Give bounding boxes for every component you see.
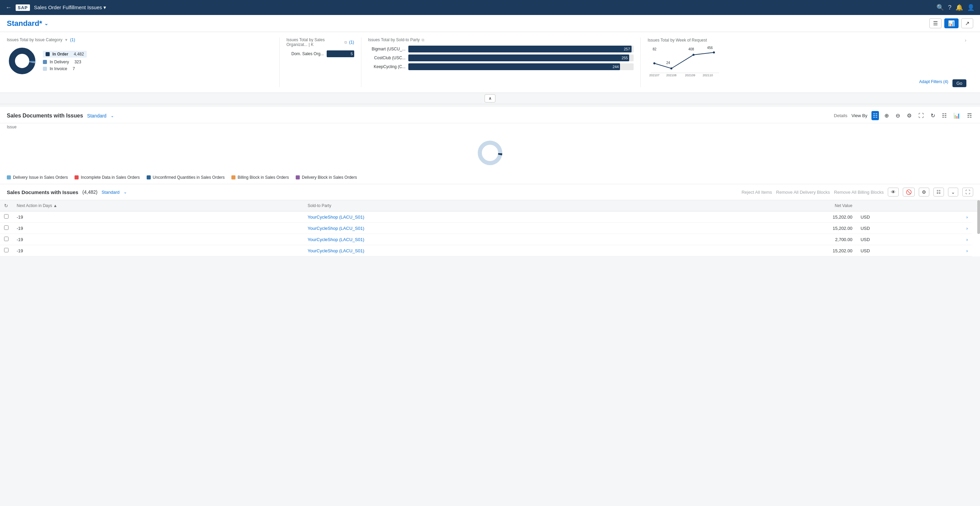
table-count: (4,482) (82, 189, 97, 195)
chart-card-sold-to: Issues Total by Sold-to Party ⧉ Bigmart … (368, 37, 641, 87)
refresh-btn[interactable]: ↻ (929, 111, 937, 120)
td-arrow-4[interactable]: › (961, 245, 972, 256)
view-by-label: View By (851, 113, 867, 118)
legend-in-order: In Order 4,482 (43, 51, 87, 57)
table-view-chevron[interactable]: ⌄ (124, 190, 127, 195)
svg-point-8 (653, 62, 655, 64)
user-icon[interactable]: 👤 (967, 4, 975, 11)
chart-title-2: Issues Total by Sales Organizat... | K ⧉… (286, 37, 354, 47)
more-btn[interactable]: ⌄ (948, 188, 958, 196)
chart-card-sales-org: Issues Total by Sales Organizat... | K ⧉… (286, 37, 361, 87)
td-currency-2: USD (856, 223, 961, 234)
td-next-action-3: -19 (13, 234, 304, 245)
top-bar-actions: ☰ 📊 ↗ (929, 18, 973, 28)
scrollbar[interactable] (977, 200, 980, 234)
table-header-row: ↻ Next Action in Days ▲ Sold-to Party Ne… (0, 200, 980, 211)
top-bar: Standard* ⌄ ☰ 📊 ↗ (0, 15, 980, 32)
legend-dot-in-order (46, 52, 50, 56)
search-icon[interactable]: 🔍 (937, 4, 944, 11)
grid1-btn[interactable]: ☷ (940, 111, 948, 120)
svg-text:24: 24 (666, 61, 670, 65)
chart-filter-link-1[interactable]: (1) (70, 37, 75, 42)
issue-label: Issue (0, 123, 980, 131)
td-sold-to-2[interactable]: YourCycleShop (LACU_S01) (304, 223, 690, 234)
sales-docs-title: Sales Documents with Issues (7, 113, 83, 119)
grid2-btn[interactable]: ☶ (966, 111, 973, 120)
row-checkbox-3[interactable] (4, 237, 8, 241)
hide-btn[interactable]: 🚫 (903, 188, 915, 196)
td-currency-1: USD (856, 211, 961, 223)
view-title-area: Standard* ⌄ (7, 19, 48, 28)
view-chevron[interactable]: ⌄ (111, 113, 114, 118)
bar-chart-btn[interactable]: 📊 (952, 111, 962, 120)
svg-text:82: 82 (653, 47, 657, 51)
adapt-filters-link[interactable]: Adapt Filters (4) (919, 79, 948, 87)
legend-delivery-block: Delivery Block in Sales Orders (296, 175, 357, 180)
export-button[interactable]: ↗ (961, 18, 973, 28)
table-fullscreen-btn[interactable]: ⛶ (962, 188, 973, 196)
chart-title-3: Issues Total by Sold-to Party ⧉ (368, 37, 634, 42)
filter-adapt: Adapt Filters (4) Go (648, 79, 966, 87)
remove-billing-button[interactable]: Remove All Billing Blocks (834, 190, 884, 195)
donut-chart-svg (7, 46, 37, 76)
remove-delivery-button[interactable]: Remove All Delivery Blocks (776, 190, 830, 195)
donut-chart-area: In Order 4,482 In Delivery 323 In Invoic… (7, 46, 272, 76)
td-sold-to-1[interactable]: YourCycleShop (LACU_S01) (304, 211, 690, 223)
th-next-action[interactable]: Next Action in Days ▲ (13, 200, 304, 211)
zoom-in-btn[interactable]: ⊕ (883, 111, 890, 120)
td-checkbox-1[interactable] (0, 211, 13, 223)
td-checkbox-2[interactable] (0, 223, 13, 234)
sales-docs-toolbar: Details View By ☷ ⊕ ⊖ ⚙ ⛶ ↻ ☷ 📊 ☶ (834, 111, 973, 120)
td-currency-4: USD (856, 245, 961, 256)
td-arrow-2[interactable]: › (961, 223, 972, 234)
row-checkbox-4[interactable] (4, 248, 8, 252)
collapse-button[interactable]: ∧ (485, 94, 495, 102)
reject-all-button[interactable]: Reject All Items (741, 190, 772, 195)
list-view-button[interactable]: ☰ (929, 18, 942, 28)
table-container: ↻ Next Action in Days ▲ Sold-to Party Ne… (0, 200, 980, 256)
td-net-value-1: 15,202.00 (690, 211, 856, 223)
legend-in-invoice: In Invoice 7 (43, 66, 87, 71)
fullscreen-btn[interactable]: ⛶ (917, 111, 925, 120)
undo-btn[interactable]: ↻ (4, 203, 8, 208)
view-title-text: Standard* (7, 19, 42, 28)
zoom-out-btn[interactable]: ⊖ (894, 111, 901, 120)
details-link[interactable]: Details (834, 113, 848, 118)
group-by-btn[interactable]: ☷ (933, 188, 944, 196)
td-next-action-2: -19 (13, 223, 304, 234)
td-arrow-3[interactable]: › (961, 234, 972, 245)
notification-icon[interactable]: 🔔 (956, 4, 963, 11)
sap-logo: SAP (16, 5, 30, 11)
table-row: -19 YourCycleShop (LACU_S01) 15,202.00 U… (0, 223, 980, 234)
td-sold-to-3[interactable]: YourCycleShop (LACU_S01) (304, 234, 690, 245)
legend-color-incomplete (75, 176, 79, 179)
copy-icon-3[interactable]: ⧉ (422, 38, 424, 42)
app-title: Sales Order Fulfillment Issues ▾ (34, 5, 932, 11)
bar-row-dom: Dom. Sales Org... 5 (286, 50, 354, 57)
chart-filter-link-2[interactable]: (1) (349, 40, 354, 45)
td-checkbox-3[interactable] (0, 234, 13, 245)
copy-icon-2[interactable]: ⧉ (344, 40, 347, 45)
back-button[interactable]: ← (5, 4, 11, 11)
td-net-value-2: 15,202.00 (690, 223, 856, 234)
view-title-chevron[interactable]: ⌄ (44, 21, 48, 26)
svg-text:408: 408 (688, 47, 694, 51)
next-arrow[interactable]: › (965, 37, 966, 43)
main-chart-display (0, 131, 980, 175)
td-checkbox-4[interactable] (0, 245, 13, 256)
sales-docs-view-label: Standard (87, 113, 107, 118)
table-view-btn[interactable]: ☷ (872, 111, 879, 120)
td-sold-to-4[interactable]: YourCycleShop (LACU_S01) (304, 245, 690, 256)
sort-icon: ▲ (53, 203, 57, 208)
chart-title-4: Issues Total by Week of Request › (648, 37, 966, 43)
chart-view-button[interactable]: 📊 (944, 18, 959, 28)
help-icon[interactable]: ? (948, 4, 951, 11)
table-settings-btn[interactable]: ⚙ (919, 188, 929, 196)
go-button[interactable]: Go (953, 79, 966, 87)
row-checkbox-1[interactable] (4, 214, 8, 219)
row-checkbox-2[interactable] (4, 225, 8, 230)
td-arrow-1[interactable]: › (961, 211, 972, 223)
show-hidden-btn[interactable]: 👁 (888, 188, 899, 196)
settings-btn[interactable]: ⚙ (905, 111, 913, 120)
legend-color-billing (231, 176, 235, 179)
